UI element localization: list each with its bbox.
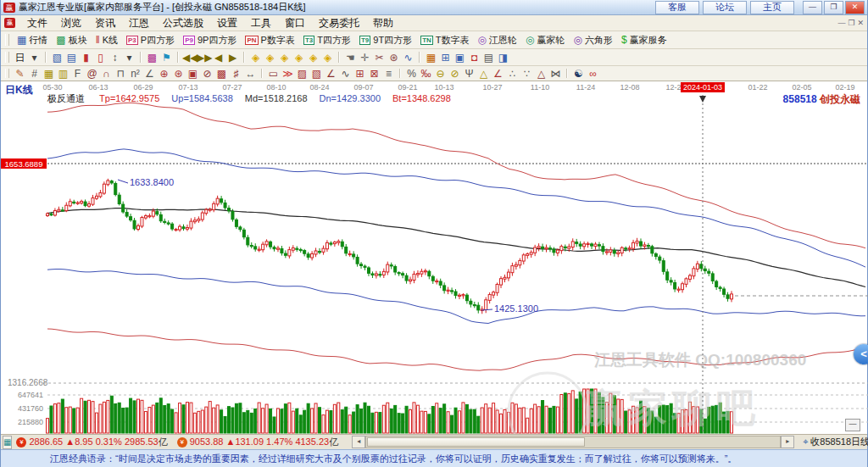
draw-fence-icon[interactable]: ♯ — [229, 67, 243, 81]
calculator-icon[interactable]: ⊞ — [438, 51, 453, 64]
info-view-icon[interactable]: ▤ — [64, 51, 79, 64]
board-grid-button[interactable]: ▦ — [3, 436, 12, 449]
draw-gann-f-icon[interactable]: F — [70, 67, 85, 81]
scrollbar-thumb[interactable] — [367, 437, 585, 447]
draw-triangle-icon[interactable]: △ — [534, 67, 548, 81]
draw-gold-pyramid-icon[interactable]: △ — [476, 67, 491, 81]
menu-item-窗口[interactable]: 窗口 — [278, 14, 312, 32]
draw-angle-icon[interactable]: ∠ — [142, 67, 157, 81]
draw-gold-coin2-icon[interactable]: ⊘ — [448, 67, 462, 81]
period-dropdown-icon[interactable]: ▾ — [27, 51, 42, 64]
service-cart-icon[interactable]: ◨ — [496, 51, 510, 64]
zoom-diamond-icon[interactable]: ◈ — [306, 51, 320, 64]
sectors-button[interactable]: ▩板块 — [52, 33, 91, 47]
zoom-diamond-icon[interactable]: ◈ — [292, 51, 306, 64]
menu-item-浏览[interactable]: 浏览 — [54, 14, 88, 32]
draw-bowtie-icon[interactable]: ⋈ — [548, 67, 563, 81]
sz-index-quote[interactable]: 9053.88 ▲131.09 1.47% 4135.23亿 — [190, 436, 338, 448]
save-icon[interactable]: ▣ — [453, 51, 467, 64]
menu-item-工具[interactable]: 工具 — [244, 14, 278, 32]
candle-style-icon[interactable]: ↕ — [108, 51, 122, 64]
mdi-close-button[interactable]: ✕ — [857, 19, 864, 27]
draw-arc-icon[interactable]: ∩ — [99, 67, 114, 81]
draw-slash-circle-icon[interactable]: ⊘ — [200, 67, 214, 81]
indicator-grid-icon[interactable]: ▩ — [145, 51, 159, 64]
region-view-icon[interactable]: ▧ — [50, 51, 64, 64]
t-number-table-button[interactable]: TNT数字表 — [416, 33, 473, 47]
menu-item-资讯[interactable]: 资讯 — [88, 14, 122, 32]
kline-bar-icon[interactable]: ▮ — [79, 51, 93, 64]
t9-square-button[interactable]: T99T四方形 — [355, 33, 416, 47]
draw-wave-icon[interactable]: ∿ — [338, 67, 353, 81]
draw-rise-lines-icon[interactable]: ∴ — [505, 67, 520, 81]
export-icon[interactable]: ◘ — [467, 51, 481, 64]
zoom-diamond-icon[interactable]: ◈ — [277, 51, 292, 64]
draw-gann-box-icon[interactable]: ▣ — [186, 67, 200, 81]
taichi-icon[interactable]: ☯ — [571, 67, 586, 81]
prev-page-icon[interactable]: ◀ — [211, 51, 225, 64]
scrollbar-track[interactable] — [365, 436, 781, 448]
next-page-icon[interactable]: ▶ — [225, 51, 240, 64]
chart-area[interactable]: 江恩工具软件 QQ:100800360赢家聊吧1653.68891316.266… — [1, 81, 867, 434]
zoom-diamond-icon[interactable]: ◈ — [320, 51, 335, 64]
mdi-restore-button[interactable]: ❐ — [848, 19, 854, 27]
winner-service-button[interactable]: $赢家服务 — [617, 33, 671, 47]
zoom-diamond-icon[interactable]: ◈ — [248, 51, 263, 64]
draw-circle-cross-icon[interactable]: ⊕ — [157, 67, 171, 81]
minimize-button[interactable]: — — [803, 1, 822, 14]
draw-percent-icon[interactable]: % — [404, 67, 419, 81]
draw-shade3-icon[interactable]: ▧ — [309, 67, 324, 81]
draw-shade-icon[interactable]: ▩ — [214, 67, 229, 81]
draw-lines-icon[interactable]: ≡ — [381, 67, 396, 81]
draw-ruler-icon[interactable]: ⊓ — [114, 67, 128, 81]
p9-square-button[interactable]: P99P四方形 — [179, 33, 241, 47]
measure-tool-icon[interactable]: ⊛ — [387, 51, 401, 64]
menu-item-帮助[interactable]: 帮助 — [366, 14, 400, 32]
close-button[interactable]: ✕ — [845, 1, 865, 14]
draw-grid-x-icon[interactable]: ⊞ — [353, 67, 367, 81]
zoom-diamond-icon[interactable]: ◈ — [263, 51, 277, 64]
draw-hash-icon[interactable]: # — [27, 67, 42, 81]
mdi-minimize-button[interactable]: — — [837, 19, 845, 27]
horizontal-scrollbar[interactable]: ◂ ▸ — [352, 436, 794, 448]
t-square-button[interactable]: T3T四方形 — [299, 33, 355, 47]
menu-item-公式选股[interactable]: 公式选股 — [156, 14, 210, 32]
titlebar-button-客服[interactable]: 客服 — [655, 1, 699, 14]
flag-icon[interactable]: ⚑ — [159, 51, 174, 64]
cut-tool-icon[interactable]: ✂ — [372, 51, 387, 64]
draw-shade2-icon[interactable]: ▨ — [295, 67, 309, 81]
minimize-volume-pane-button[interactable]: — — [845, 419, 860, 431]
draw-spiral-icon[interactable]: @ — [85, 67, 99, 81]
hand-tool-icon[interactable]: ☚ — [343, 51, 358, 64]
candle-style-dropdown-icon[interactable]: ▾ — [122, 51, 136, 64]
period-day-selector[interactable]: 日 — [13, 51, 27, 64]
p-square-button[interactable]: P3P四方形 — [122, 33, 179, 47]
titlebar-button-论坛[interactable]: 论坛 — [703, 1, 747, 14]
gann-wheel-button[interactable]: ◎江恩轮 — [474, 33, 521, 47]
draw-permille-icon[interactable]: ‰ — [419, 67, 433, 81]
menu-item-交易委托[interactable]: 交易委托 — [312, 14, 366, 32]
kline-hollow-icon[interactable]: ▯ — [93, 51, 108, 64]
last-page-icon[interactable]: ▶▶ — [197, 51, 211, 64]
draw-pencil-icon[interactable]: ✎ — [13, 67, 27, 81]
sh-index-quote[interactable]: 2886.65 ▲8.95 0.31% 2985.53亿 — [29, 436, 167, 448]
kline-button[interactable]: ‖K线 — [92, 33, 122, 47]
scroll-right-button[interactable]: ▸ — [781, 436, 794, 448]
quotes-button[interactable]: ▦行情 — [13, 33, 52, 47]
draw-star-icon[interactable]: ⊛ — [171, 67, 186, 81]
draw-gold-grid-icon[interactable]: ▦ — [42, 67, 56, 81]
winner-wheel-button[interactable]: ◎赢家轮 — [521, 33, 569, 47]
draw-angle2-icon[interactable]: ∠ — [324, 67, 338, 81]
infinity-icon[interactable]: ∞ — [586, 67, 600, 81]
menu-item-文件[interactable]: 文件 — [20, 14, 54, 32]
period-label[interactable]: 日K线 — [5, 83, 33, 97]
draw-gold-coin-icon[interactable]: ⊖ — [433, 67, 448, 81]
first-page-icon[interactable]: ◀◀ — [182, 51, 197, 64]
draw-gold-grid2-icon[interactable]: ▥ — [56, 67, 70, 81]
draw-span-icon[interactable]: ↔ — [243, 67, 258, 81]
curve-tool-icon[interactable]: ∿ — [401, 51, 415, 64]
draw-rays-icon[interactable]: ≫ — [281, 67, 295, 81]
draw-grid-x2-icon[interactable]: ⊠ — [367, 67, 381, 81]
draw-fall-lines-icon[interactable]: ∵ — [520, 67, 534, 81]
print-icon[interactable]: ▤ — [481, 51, 496, 64]
